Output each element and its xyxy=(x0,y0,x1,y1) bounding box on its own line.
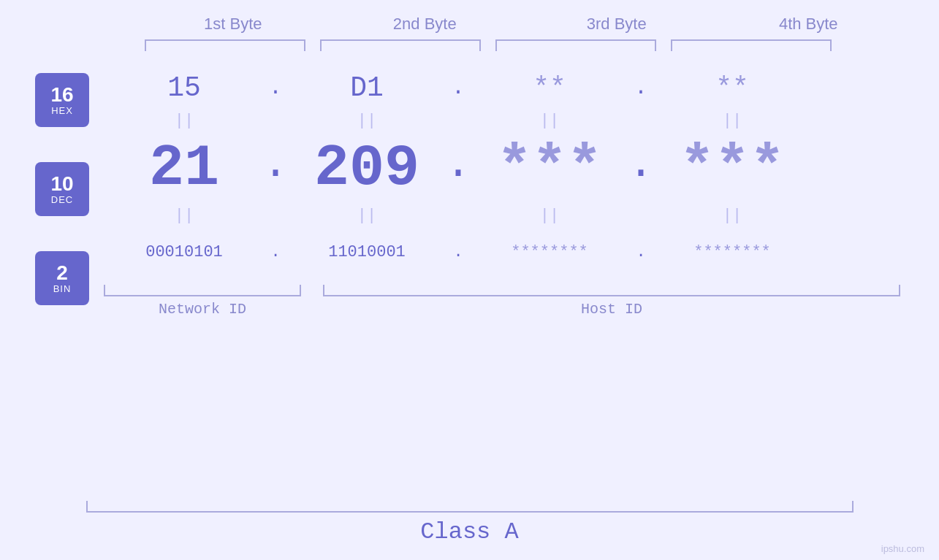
top-brackets xyxy=(137,39,905,51)
dec-number: 10 xyxy=(50,174,73,194)
hex-byte3: ** xyxy=(469,72,630,104)
bin-row: 00010101 . 11010001 . ******** . *******… xyxy=(104,226,908,277)
hex-dot3: . xyxy=(630,75,652,100)
byte-1-label: 1st Byte xyxy=(153,15,313,34)
dec-byte1: 21 xyxy=(104,135,265,202)
class-area: Class A xyxy=(0,501,939,545)
bracket-gap xyxy=(301,285,323,296)
bin-name: BIN xyxy=(53,283,72,294)
dec-badge: 10 DEC xyxy=(35,162,89,216)
byte-headers: 1st Byte 2nd Byte 3rd Byte 4th Byte xyxy=(137,15,905,34)
sep2-3: || xyxy=(469,207,630,225)
sep2-2: || xyxy=(286,207,447,225)
network-id-label: Network ID xyxy=(104,301,301,318)
dec-dot2: . xyxy=(447,139,469,189)
hex-dot1: . xyxy=(265,75,286,100)
bin-dot2: . xyxy=(447,243,469,261)
byte-4-label: 4th Byte xyxy=(728,15,889,34)
dec-byte3: *** xyxy=(469,135,630,202)
data-columns: 15 . D1 . ** . ** || || || || 21 xyxy=(104,58,939,318)
dec-dot3: . xyxy=(630,139,652,189)
bottom-brackets-wrapper: Network ID Host ID xyxy=(104,285,939,318)
hex-byte2: D1 xyxy=(286,72,447,104)
bracket-1 xyxy=(145,39,305,51)
byte-3-label: 3rd Byte xyxy=(536,15,697,34)
bin-dot3: . xyxy=(630,243,652,261)
hex-byte4: ** xyxy=(652,72,813,104)
hex-badge: 16 HEX xyxy=(35,73,89,127)
host-id-label: Host ID xyxy=(323,301,900,318)
class-bracket xyxy=(86,501,854,513)
host-bracket xyxy=(323,285,900,296)
bin-badge: 2 BIN xyxy=(35,251,89,305)
bracket-4 xyxy=(671,39,832,51)
bin-byte4: ******** xyxy=(652,243,813,261)
dec-row: 21 . 209 . *** . *** xyxy=(104,131,908,204)
network-bracket xyxy=(104,285,301,296)
dec-dot1: . xyxy=(265,139,286,189)
main-data-area: 16 HEX 10 DEC 2 BIN 15 . D1 . ** . ** xyxy=(0,58,939,318)
bottom-labels-row: Network ID Host ID xyxy=(104,301,900,318)
hex-row: 15 . D1 . ** . ** xyxy=(104,66,908,110)
label-gap xyxy=(301,301,323,318)
bin-byte2: 11010001 xyxy=(286,243,447,261)
bottom-bracket-lines xyxy=(104,285,900,296)
hex-byte1: 15 xyxy=(104,72,265,104)
dec-byte2: 209 xyxy=(286,135,447,202)
watermark: ipshu.com xyxy=(881,543,924,554)
bin-number: 2 xyxy=(56,263,68,283)
byte-2-label: 2nd Byte xyxy=(344,15,505,34)
sep1-1: || xyxy=(104,112,265,130)
main-container: 1st Byte 2nd Byte 3rd Byte 4th Byte 16 H… xyxy=(0,0,939,560)
sep2-4: || xyxy=(652,207,813,225)
bin-byte3: ******** xyxy=(469,243,630,261)
sep-row-2: || || || || xyxy=(104,204,908,226)
base-badges: 16 HEX 10 DEC 2 BIN xyxy=(35,73,89,305)
bracket-2 xyxy=(320,39,481,51)
sep1-2: || xyxy=(286,112,447,130)
sep1-3: || xyxy=(469,112,630,130)
bin-byte1: 00010101 xyxy=(104,243,265,261)
sep1-4: || xyxy=(652,112,813,130)
sep-row-1: || || || || xyxy=(104,110,908,131)
class-label: Class A xyxy=(420,518,518,545)
dec-name: DEC xyxy=(51,194,73,205)
dec-byte4: *** xyxy=(652,135,813,202)
hex-dot2: . xyxy=(447,75,469,100)
bin-dot1: . xyxy=(265,243,286,261)
bracket-3 xyxy=(495,39,656,51)
hex-number: 16 xyxy=(50,85,73,105)
hex-name: HEX xyxy=(51,105,73,116)
sep2-1: || xyxy=(104,207,265,225)
